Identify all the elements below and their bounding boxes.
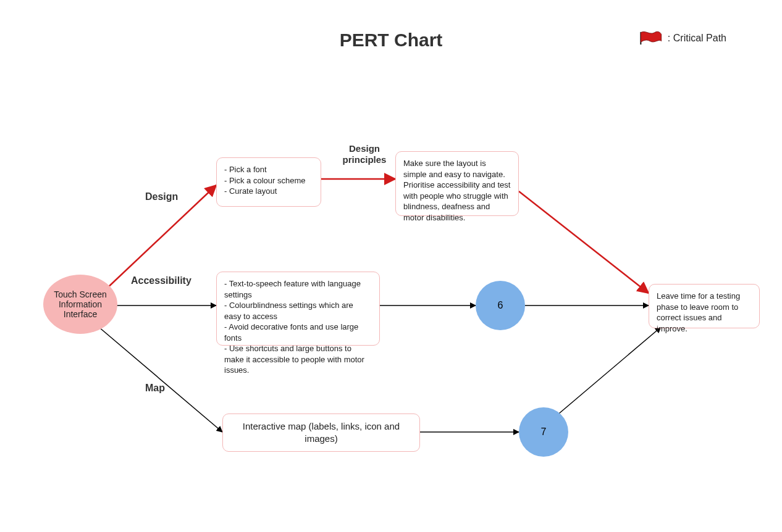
node-6-label: 6 xyxy=(498,300,503,311)
edges-layer xyxy=(0,0,782,532)
node-design-box: - Pick a font - Pick a colour scheme - C… xyxy=(216,157,321,207)
node-principles-text: Make sure the layout is simple and easy … xyxy=(403,158,511,223)
node-accessibility-box: - Text-to-speech feature with language s… xyxy=(216,272,380,346)
svg-line-6 xyxy=(99,327,222,432)
node-7-label: 7 xyxy=(541,426,547,438)
node-end-box: Leave time for a testing phase to leave … xyxy=(649,284,760,328)
flag-icon xyxy=(639,31,663,46)
node-principles-box: Make sure the layout is simple and easy … xyxy=(395,151,519,216)
node-map-box: Interactive map (labels, links, icon and… xyxy=(222,414,420,452)
node-accessibility-text: - Text-to-speech feature with language s… xyxy=(224,278,372,376)
node-start: Touch Screen Information Interface xyxy=(43,275,117,334)
node-design-text: - Pick a font - Pick a colour scheme - C… xyxy=(224,164,313,197)
svg-line-8 xyxy=(559,327,661,414)
edge-label-design-principles: Design principles xyxy=(337,143,392,165)
legend: : Critical Path xyxy=(639,31,726,46)
edge-label-map: Map xyxy=(145,383,165,394)
legend-label: : Critical Path xyxy=(668,33,726,44)
node-map-text: Interactive map (labels, links, icon and… xyxy=(232,420,411,446)
node-6: 6 xyxy=(476,281,525,330)
svg-line-2 xyxy=(519,191,649,293)
edge-label-design: Design xyxy=(145,191,178,202)
node-start-label: Touch Screen Information Interface xyxy=(47,289,114,319)
node-7: 7 xyxy=(519,407,568,457)
node-end-text: Leave time for a testing phase to leave … xyxy=(657,291,752,334)
edge-label-accessibility: Accessibility xyxy=(131,275,191,286)
